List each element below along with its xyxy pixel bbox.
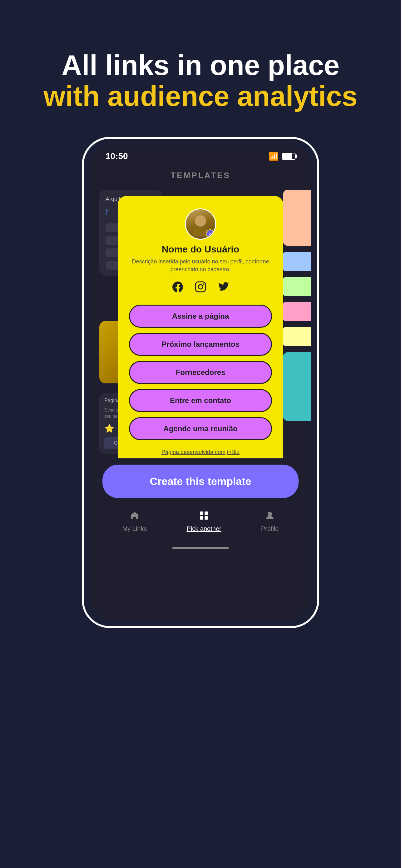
twitter-icon [218, 281, 230, 296]
nav-profile-label: Profile [261, 525, 279, 532]
svg-point-4 [203, 283, 204, 285]
nav-my-links-label: My Links [123, 525, 147, 532]
profile-avatar: ✓ [185, 208, 216, 240]
profile-desc: Descrição inserida pelo usuário no seu p… [129, 258, 272, 273]
home-icon [130, 510, 139, 523]
bottom-nav: My Links Pick another [90, 504, 311, 542]
link-btn-2[interactable]: Próximo lançamentos [129, 333, 272, 356]
right-card-5 [283, 327, 311, 346]
right-card-6 [283, 352, 311, 421]
nav-my-links[interactable]: My Links [123, 510, 147, 532]
wifi-icon: 📶 [269, 152, 278, 161]
svg-rect-8 [205, 516, 208, 520]
right-card-3 [283, 277, 311, 296]
social-icons [171, 281, 230, 296]
phone-inner: 10:50 📶 TEMPLATES Arquiteta e d... f [90, 145, 311, 620]
phone-notch [166, 145, 235, 156]
grid-icon [199, 510, 209, 523]
nav-templates-label: Pick another [187, 525, 222, 532]
link-btn-1[interactable]: Assine a página [129, 305, 272, 328]
templates-header: TEMPLATES [90, 164, 311, 190]
create-btn-wrapper: Create this template [90, 458, 311, 504]
svg-rect-6 [205, 512, 208, 515]
profile-name: Nome do Usuário [162, 244, 239, 255]
link-btn-5[interactable]: Agende uma reunião [129, 417, 272, 440]
instagram-icon [195, 281, 206, 296]
svg-point-0 [195, 215, 206, 226]
link-buttons: Assine a página Próximo lançamentos Forn… [129, 305, 272, 440]
battery-icon [282, 153, 295, 160]
time-display: 10:50 [106, 151, 128, 161]
person-icon [265, 510, 274, 523]
facebook-icon [171, 281, 183, 296]
hero-line1: All links in one place [43, 50, 357, 81]
svg-rect-7 [200, 516, 203, 520]
phone-outer: 10:50 📶 TEMPLATES Arquiteta e d... f [82, 137, 319, 628]
svg-point-3 [198, 285, 203, 289]
powered-by: Página desenvolvida com inBio [162, 449, 239, 456]
svg-rect-2 [196, 282, 205, 292]
hero-section: All links in one place with audience ana… [19, 50, 382, 112]
home-indicator [90, 542, 311, 556]
svg-rect-5 [200, 512, 203, 515]
create-template-button[interactable]: Create this template [102, 465, 299, 498]
right-card-2 [283, 252, 311, 271]
phone-mockup: 10:50 📶 TEMPLATES Arquiteta e d... f [82, 137, 319, 628]
bg-cards: Arquiteta e d... f Pagina des... [90, 190, 311, 458]
nav-profile[interactable]: Profile [261, 510, 279, 532]
home-bar [172, 547, 229, 549]
status-icons: 📶 [269, 152, 295, 161]
nav-templates[interactable]: Pick another [187, 510, 222, 532]
link-btn-4[interactable]: Entre em contato [129, 389, 272, 412]
link-btn-3[interactable]: Fornecedores [129, 361, 272, 384]
yellow-template-card: ✓ Nome do Usuário Descrição inserida pel… [118, 196, 283, 458]
verified-badge: ✓ [206, 229, 214, 238]
svg-point-9 [268, 512, 272, 516]
hero-line2: with audience analytics [43, 81, 357, 112]
right-card-1 [283, 190, 311, 246]
right-card-4 [283, 302, 311, 321]
phone-bottom: Create this template My Links [90, 458, 311, 556]
